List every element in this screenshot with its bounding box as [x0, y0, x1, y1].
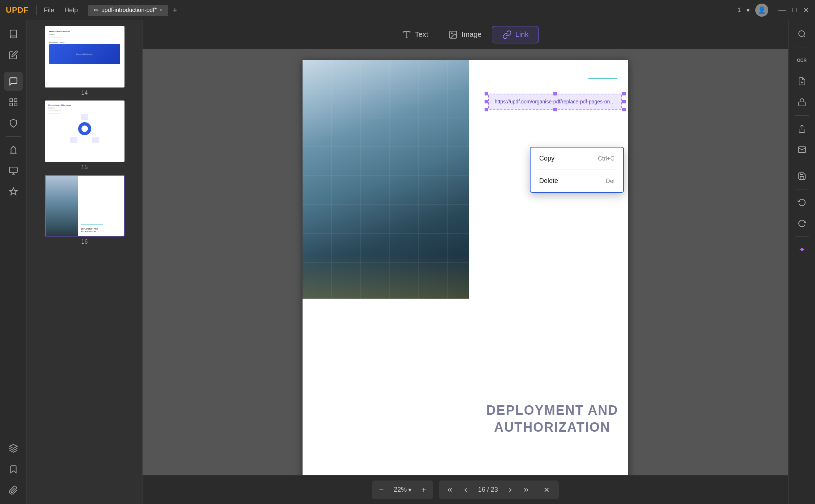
minimize-button[interactable]: — [778, 6, 786, 14]
nav-prev-button[interactable] [459, 483, 472, 496]
sidebar-icon-sticker[interactable] [4, 182, 23, 201]
pdf-page: https://updf.com/organise-pdf/replace-pd… [303, 60, 628, 475]
title-bar-right: 1 ▾ 👤 — □ ✕ [738, 4, 809, 17]
new-tab-button[interactable]: + [170, 5, 180, 15]
sidebar-divider-2 [6, 136, 21, 137]
thumbnail-frame-16: DEPLOYMENT ANDAUTHORIZATION [45, 175, 124, 236]
close-window-button[interactable]: ✕ [803, 6, 809, 14]
thumb15-intro: Introduction [48, 107, 121, 109]
thumbnail-num-14: 14 [81, 90, 88, 96]
nav-first-button[interactable] [443, 483, 456, 496]
sidebar-icon-comment[interactable] [4, 72, 23, 91]
app-logo: UPDF [6, 5, 29, 15]
current-page: 16 [478, 486, 485, 493]
sidebar-icon-bookmark[interactable] [4, 460, 23, 479]
svg-rect-2 [10, 103, 13, 106]
tab-icon: ✏ [94, 7, 98, 14]
menu-file[interactable]: File [44, 7, 54, 14]
thumbnail-num-16: 16 [81, 239, 88, 245]
link-box-container: https://updf.com/organise-pdf/replace-pd… [486, 92, 624, 111]
sidebar-icon-attachment[interactable] [4, 481, 23, 500]
thumb14-subtitle: Advantageous Features [49, 41, 120, 43]
link-tool-label: Link [515, 30, 529, 39]
page-indicator-arrow[interactable]: ▾ [747, 7, 749, 14]
tab-close-button[interactable]: × [160, 7, 162, 13]
title-divider [36, 5, 37, 15]
sidebar-icon-read[interactable] [4, 25, 23, 43]
handle-br [622, 108, 626, 111]
right-email-icon[interactable] [793, 140, 811, 159]
zoom-level: 22% [394, 486, 407, 494]
sidebar-icon-edit[interactable] [4, 46, 23, 64]
pdf-building-image [303, 60, 469, 299]
avatar[interactable]: 👤 [755, 4, 768, 17]
right-ocr-icon[interactable]: OCR [793, 51, 811, 70]
maximize-button[interactable]: □ [792, 6, 797, 14]
context-menu: Copy Ctrl+C Delete Del [530, 147, 624, 193]
right-sidebar: OCR [788, 20, 815, 504]
right-divider-5 [795, 236, 809, 237]
thumb14-image-label: Deployment Configuration [76, 53, 93, 55]
handle-tm [553, 92, 557, 95]
thumbnail-panel: Powerful PDF Converter Introduction ....… [27, 20, 143, 504]
sidebar-icon-protect[interactable] [4, 114, 23, 133]
sidebar-icon-organize[interactable] [4, 93, 23, 112]
nav-next-button[interactable] [504, 483, 517, 496]
sidebar-icon-stamp[interactable] [4, 140, 23, 159]
right-share-icon[interactable] [793, 119, 811, 138]
thumbnail-frame-14: Powerful PDF Converter Introduction ....… [45, 26, 124, 87]
bottom-close-button[interactable]: ✕ [539, 482, 554, 498]
bottom-toolbar: − 22% ▾ + [143, 475, 788, 504]
svg-line-23 [803, 36, 805, 37]
page-indicator[interactable]: 1 [738, 7, 741, 13]
pdf-viewer[interactable]: https://updf.com/organise-pdf/replace-pd… [143, 49, 788, 475]
zoom-dropdown-icon: ▾ [408, 486, 411, 494]
thumbnail-item-15[interactable]: Revolutionary AI Assistant Introduction … [45, 101, 124, 171]
link-tool-button[interactable]: Link [492, 26, 539, 43]
zoom-out-button[interactable]: − [373, 482, 389, 498]
image-tool-button[interactable]: Image [438, 26, 492, 43]
right-search-icon[interactable] [793, 25, 811, 43]
svg-point-22 [799, 31, 805, 37]
delete-shortcut: Del [606, 178, 615, 184]
nav-last-button[interactable] [520, 483, 533, 496]
top-toolbar: Text Image Link [143, 20, 788, 49]
sidebar-icon-layers[interactable] [4, 439, 23, 458]
thumb16-text-area: DEPLOYMENT ANDAUTHORIZATION [78, 176, 124, 236]
right-redo-icon[interactable] [793, 214, 811, 233]
thumb14-text: Introduction ...........................… [49, 34, 120, 40]
right-divider-2 [795, 115, 809, 116]
thumb15-diagram: AI txt img [48, 116, 121, 141]
thumbnail-num-15: 15 [81, 164, 88, 171]
zoom-in-button[interactable]: + [416, 482, 432, 498]
right-extract-icon[interactable] [793, 72, 811, 91]
right-sparkle-icon[interactable]: ✦ [793, 240, 811, 259]
right-divider-4 [795, 189, 809, 189]
link-url-box[interactable]: https://updf.com/organise-pdf/replace-pd… [488, 94, 622, 110]
svg-marker-5 [9, 444, 17, 448]
sidebar-bottom [4, 439, 23, 500]
right-lock-icon[interactable] [793, 93, 811, 112]
thumbnail-frame-15: Revolutionary AI Assistant Introduction … [45, 101, 124, 162]
handle-bl [485, 108, 488, 111]
menu-bar: File Help [44, 7, 78, 14]
thumbnail-item-16[interactable]: DEPLOYMENT ANDAUTHORIZATION 16 [45, 175, 124, 245]
sidebar-icon-convert[interactable] [4, 161, 23, 180]
svg-rect-3 [14, 103, 17, 106]
page-display: 16 / 23 [475, 486, 501, 494]
active-tab[interactable]: ✏ updf-introduction-pdf* × [88, 5, 168, 16]
thumb16-line [81, 224, 103, 225]
pdf-deployment-text: DEPLOYMENT AND AUTHORIZATION [483, 402, 621, 436]
handle-tr [622, 92, 626, 95]
context-menu-delete[interactable]: Delete Del [531, 170, 623, 192]
context-menu-copy[interactable]: Copy Ctrl+C [531, 148, 623, 170]
menu-help[interactable]: Help [64, 7, 78, 14]
handle-mr [622, 100, 626, 103]
page-navigation: 16 / 23 ✕ [439, 480, 559, 499]
zoom-display[interactable]: 22% ▾ [389, 486, 416, 494]
right-save-icon[interactable] [793, 167, 811, 185]
svg-rect-4 [9, 167, 17, 172]
thumbnail-item-14[interactable]: Powerful PDF Converter Introduction ....… [45, 26, 124, 96]
right-undo-icon[interactable] [793, 193, 811, 212]
text-tool-button[interactable]: Text [392, 26, 439, 43]
